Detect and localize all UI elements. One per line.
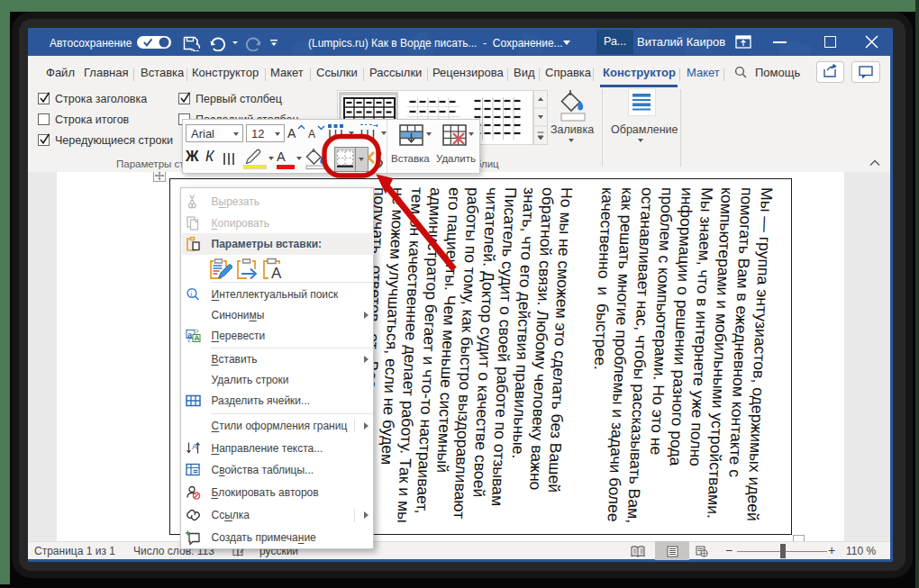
svg-text:A: A: [271, 265, 282, 281]
svg-text:i: i: [190, 290, 193, 298]
